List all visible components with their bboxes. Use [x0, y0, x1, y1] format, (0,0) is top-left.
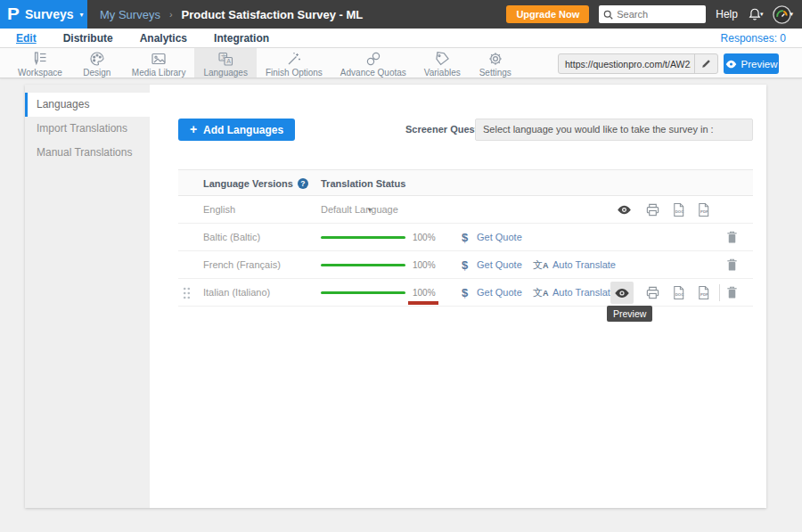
toolbar-item-label: Languages [203, 68, 248, 78]
account-menu[interactable]: ▾ [773, 5, 793, 24]
toolbar-item-variables[interactable]: Variables [415, 48, 470, 78]
default-language-label: Default Language [321, 196, 398, 224]
export-doc-icon[interactable]: DOC [671, 202, 686, 217]
survey-nav-tabs: Edit Distribute Analytics Integration Re… [0, 29, 802, 48]
dollar-icon[interactable]: $ [462, 224, 468, 251]
search-icon [603, 10, 613, 20]
tab-integration[interactable]: Integration [214, 32, 269, 45]
tab-analytics[interactable]: Analytics [140, 32, 187, 45]
toolbar-item-label: Media Library [132, 68, 186, 78]
notifications-menu[interactable]: ▾ [748, 7, 764, 21]
svg-text:PDF: PDF [700, 292, 708, 297]
survey-title: Product Satisfaction Survey - ML [182, 8, 364, 21]
pencil-icon [701, 59, 711, 69]
preview-eye-button[interactable] [610, 282, 634, 304]
tab-distribute[interactable]: Distribute [63, 32, 113, 45]
toolbar-item-languages[interactable]: 文A Languages [194, 48, 257, 78]
translation-percent: 100% [413, 224, 436, 251]
sidebar-item-manual-translations[interactable]: Manual Translations [25, 141, 150, 165]
questionpro-logo: P [7, 6, 20, 22]
drag-handle-icon[interactable] [183, 287, 191, 299]
search-input[interactable] [617, 9, 697, 20]
auto-translate-icon[interactable]: 文A [533, 279, 549, 307]
preview-button-label: Preview [741, 59, 778, 70]
language-versions-table: Language Versions ? Translation Status E… [178, 169, 753, 307]
preview-button[interactable]: Preview [724, 53, 779, 74]
eye-icon [614, 285, 630, 301]
export-pdf-icon[interactable]: PDF [696, 202, 711, 217]
annotation-red-underline [408, 301, 438, 305]
svg-text:DOC: DOC [675, 209, 684, 214]
languages-panel: Languages Import Translations Manual Tra… [25, 85, 766, 508]
tag-icon [434, 51, 450, 67]
toolbar-item-advance-quotas[interactable]: Advance Quotas [331, 48, 415, 78]
get-quote-link[interactable]: Get Quote [477, 279, 522, 307]
toolbar-item-label: Advance Quotas [340, 68, 406, 78]
tab-edit[interactable]: Edit [16, 32, 37, 45]
sidebar-item-languages[interactable]: Languages [25, 93, 150, 117]
toolbar-item-media-library[interactable]: Media Library [123, 48, 195, 78]
svg-text:DOC: DOC [675, 292, 684, 297]
get-quote-link[interactable]: Get Quote [477, 251, 522, 279]
auto-translate-icon[interactable]: 文A [533, 251, 549, 280]
svg-text:A: A [226, 58, 231, 64]
languages-sidebar: Languages Import Translations Manual Tra… [25, 85, 150, 508]
toolbar-item-workspace[interactable]: Workspace [9, 48, 71, 78]
toolbar-item-label: Design [83, 68, 110, 78]
breadcrumb: My Surveys › Product Satisfaction Survey… [100, 0, 363, 29]
app-product-menu[interactable]: P Surveys ▾ [0, 0, 87, 29]
preview-eye-icon[interactable] [617, 202, 632, 217]
auto-translate-link[interactable]: Auto Translate [552, 279, 616, 307]
language-name: Italian (Italiano) [203, 279, 270, 307]
dollar-icon[interactable]: $ [462, 279, 468, 307]
add-languages-label: Add Languages [203, 124, 283, 136]
breadcrumb-separator-icon: › [169, 9, 173, 20]
delete-language-icon[interactable] [725, 258, 741, 273]
edit-toolbar: Workspace Design Media Library 文A Langua… [0, 48, 802, 78]
survey-url-input[interactable] [559, 59, 694, 70]
language-name: English [203, 196, 235, 224]
global-search[interactable] [599, 5, 706, 23]
languages-main: + Add Languages Screener Question : Sele… [150, 85, 766, 508]
magic-wand-icon [286, 51, 302, 67]
survey-url-field [558, 53, 718, 74]
print-icon[interactable] [645, 202, 660, 217]
media-library-icon [151, 51, 167, 67]
screener-question-input[interactable]: Select language you would like to take t… [475, 119, 753, 141]
preview-tooltip: Preview [607, 306, 652, 322]
upgrade-now-button[interactable]: Upgrade Now [506, 5, 589, 23]
toolbar-item-finish-options[interactable]: Finish Options [257, 48, 331, 78]
add-languages-button[interactable]: + Add Languages [178, 119, 295, 141]
translation-progress-bar [321, 264, 405, 266]
translation-percent: 100% [413, 251, 436, 279]
design-palette-icon [89, 51, 105, 67]
avatar [773, 5, 791, 24]
svg-text:PDF: PDF [700, 209, 708, 214]
help-link[interactable]: Help [716, 8, 738, 20]
responses-count[interactable]: Responses: 0 [721, 32, 786, 45]
toolbar-item-label: Finish Options [266, 68, 323, 78]
chain-links-icon [365, 51, 381, 67]
help-icon[interactable]: ? [298, 178, 308, 189]
get-quote-link[interactable]: Get Quote [477, 224, 522, 251]
print-icon[interactable] [645, 285, 660, 300]
col-language-versions: Language Versions [203, 170, 293, 197]
sidebar-item-import-translations[interactable]: Import Translations [25, 117, 150, 141]
delete-language-icon[interactable] [725, 230, 741, 245]
delete-language-icon[interactable] [725, 285, 741, 300]
toolbar-item-design[interactable]: Design [71, 48, 123, 78]
auto-translate-link[interactable]: Auto Translate [552, 251, 616, 279]
table-header: Language Versions ? Translation Status [178, 169, 753, 196]
toolbar-item-label: Settings [479, 68, 511, 78]
dollar-icon[interactable]: $ [462, 251, 468, 279]
toolbar-item-settings[interactable]: Settings [470, 48, 521, 78]
export-doc-icon[interactable]: DOC [671, 285, 686, 300]
table-row-baltic: Baltic (Baltic) 100% $ Get Quote [178, 224, 753, 251]
breadcrumb-my-surveys[interactable]: My Surveys [100, 8, 160, 21]
edit-url-button[interactable] [694, 54, 717, 73]
export-pdf-icon[interactable]: PDF [696, 285, 711, 300]
eye-icon [725, 60, 737, 69]
toolbar-item-label: Workspace [18, 68, 62, 78]
language-name: Baltic (Baltic) [203, 224, 260, 251]
product-name: Surveys [25, 7, 73, 21]
